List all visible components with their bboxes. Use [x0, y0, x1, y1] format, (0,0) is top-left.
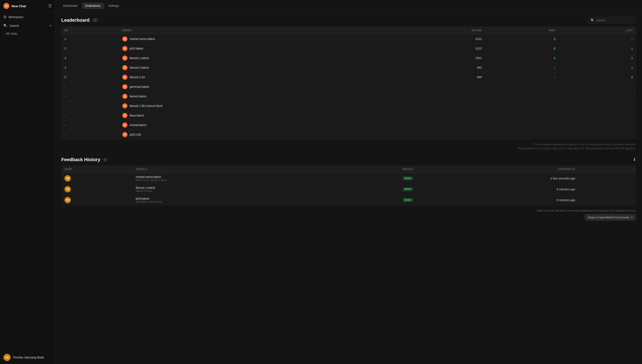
table-row: TBllama3.1:latestllama3.2:latestWON6 min… [62, 184, 636, 195]
avatar: TB [65, 175, 71, 182]
fh-model-secondary: phi3:latest, llama3.2:1b [136, 200, 325, 203]
td-lost: - [558, 92, 636, 101]
tab-dashboard[interactable]: Dashboard [60, 2, 81, 9]
model-name: mistral:latest [130, 123, 146, 127]
eval-note: ⓘ The evaluation leaderboard is based on… [61, 142, 636, 150]
td-rank: - [62, 130, 119, 140]
td-model: Ophi3:14b [119, 130, 390, 140]
td-won: - [485, 120, 558, 130]
leaderboard-search-box[interactable]: 🔍 [588, 17, 636, 24]
download-button[interactable]: ⬇ [633, 157, 636, 162]
sidebar-search-row[interactable]: 🔍 Search + [0, 22, 55, 30]
fh-td-models: llama3.1:latestllama3.2:latest [133, 184, 328, 195]
td-model: Ollama3.1:latest [119, 53, 390, 63]
table-row: -Omistral:latest--- [62, 120, 636, 130]
fh-col-result: RESULT [328, 166, 416, 173]
table-row: TBmistral-nemo:latestllama3.2:1b, llama3… [62, 173, 636, 184]
col-lost: LOST [558, 27, 636, 34]
td-rating: - [390, 82, 485, 92]
td-rank: 4 [62, 63, 119, 72]
avatar: TB [65, 197, 71, 203]
community-note-text: Help us create the best community leader… [61, 209, 636, 212]
search-box-icon: 🔍 [591, 18, 594, 22]
hamburger-icon[interactable]: ☰ [48, 4, 52, 8]
fh-td-updated-at: 9 minutes ago [416, 195, 578, 206]
chevron-icon: › [4, 32, 4, 35]
fh-td-models: mistral-nemo:latestllama3.2:1b, llama3.1… [133, 173, 328, 184]
td-rating: - [390, 101, 485, 111]
td-lost: 1 [558, 63, 636, 72]
top-nav: Dashboard Evaluations Settings [55, 0, 642, 12]
model-name: mistral-nemo:latest [130, 37, 155, 40]
td-rank: - [62, 82, 119, 92]
leaderboard-title: Leaderboard [61, 18, 90, 23]
content-area: Leaderboard 11 🔍 RK MODEL RATING WON LOS… [55, 12, 642, 364]
td-lost: - [558, 82, 636, 92]
model-name: gemma2:latest [130, 85, 149, 88]
table-row: -Ophi3:14b--- [62, 130, 636, 140]
user-profile-button[interactable]: TB Timothy Jaeryang Baek [0, 350, 55, 364]
model-name: llama3.2:latest [130, 66, 149, 69]
tab-evaluations[interactable]: Evaluations [82, 2, 104, 9]
col-model: MODEL [119, 27, 390, 34]
won-badge: WON [402, 187, 413, 191]
table-row: 3Ollama3.1:latest100111 [62, 53, 636, 63]
table-row: -Ollama3.1:8b-instruct-fp16--- [62, 101, 636, 111]
fh-model-secondary: llama3.2:1b, llama3.1:latest [136, 178, 325, 182]
fh-model-secondary: llama3.2:latest [136, 190, 325, 192]
new-chat-button[interactable]: O New Chat [4, 3, 26, 9]
feedback-history-header: Feedback History 3 ⬇ [61, 157, 636, 162]
model-name: llama3:latest [130, 94, 146, 98]
td-rank: 5 [62, 72, 119, 82]
fh-col-user: USER [62, 166, 133, 173]
feedback-title-group: Feedback History 3 [61, 157, 108, 162]
td-model: Ollama3.2:1b [119, 72, 390, 82]
td-model: Ollava:latest [119, 111, 390, 120]
sidebar-item-all-chats[interactable]: › All chats [0, 30, 55, 38]
td-won: 1 [485, 53, 558, 63]
td-lost: - [558, 101, 636, 111]
td-rank: 2 [62, 44, 119, 53]
td-rating: 1032 [390, 34, 485, 44]
leaderboard-table: RK MODEL RATING WON LOST 1Omistral-nemo:… [62, 27, 636, 139]
td-lost: 1 [558, 44, 636, 53]
row-menu-button[interactable]: ··· [581, 198, 586, 202]
fh-td-user: TB [62, 184, 133, 195]
td-model: Ollama3:latest [119, 92, 390, 101]
td-model: Ollama3.2:latest [119, 63, 390, 72]
table-row: -Ollava:latest--- [62, 111, 636, 120]
col-rating: RATING [390, 27, 485, 34]
sidebar: O New Chat ☰ ⊞ Workspace 🔍 Search + › Al… [0, 0, 55, 364]
td-rank: - [62, 111, 119, 120]
fh-td-menu: ··· [578, 173, 636, 184]
fh-col-updated-at: UPDATED AT [416, 166, 578, 173]
sidebar-item-workspace[interactable]: ⊞ Workspace [0, 12, 55, 22]
td-won: 2 [485, 34, 558, 44]
td-rating: 969 [390, 72, 485, 82]
model-icon: O [122, 46, 127, 51]
fh-col-models: MODELS [133, 166, 328, 173]
new-chat-plus-button[interactable]: + [49, 24, 52, 28]
row-menu-button[interactable]: ··· [581, 187, 586, 191]
td-lost: 0 [558, 34, 636, 44]
search-input[interactable] [596, 18, 633, 22]
workspace-icon: ⊞ [4, 15, 7, 19]
fh-td-result: WON [328, 184, 416, 195]
avatar: TB [4, 354, 11, 361]
leaderboard-title-group: Leaderboard 11 [61, 18, 99, 23]
td-lost: 2 [558, 72, 636, 82]
tab-settings[interactable]: Settings [105, 2, 123, 9]
community-note: Help us create the best community leader… [61, 209, 636, 221]
td-won: - [485, 111, 558, 120]
td-model: Omistral-nemo:latest [119, 34, 390, 44]
eval-note-line1: ⓘ The evaluation leaderboard is based on… [61, 142, 636, 146]
row-menu-button[interactable]: ··· [581, 176, 586, 180]
logo-icon: O [4, 3, 9, 9]
td-lost: 1 [558, 53, 636, 63]
share-community-button[interactable]: Share to OpenWebUI Community ↗ [585, 214, 636, 221]
model-icon: O [122, 103, 127, 108]
feedback-history-header-row: USER MODELS RESULT UPDATED AT [62, 166, 636, 173]
model-icon: O [122, 36, 127, 42]
table-row: 1Omistral-nemo:latest103220 [62, 34, 636, 44]
search-icon: 🔍 [4, 24, 8, 28]
